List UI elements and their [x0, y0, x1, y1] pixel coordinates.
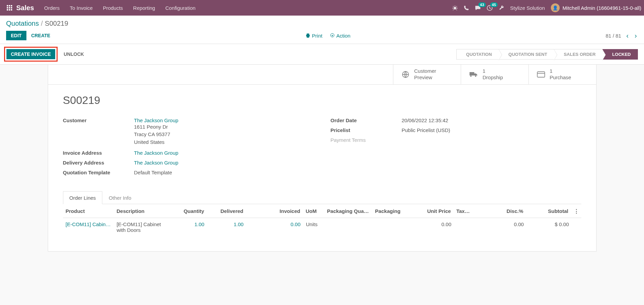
breadcrumb-current: S00219: [45, 20, 68, 27]
quotation-template-value: Default Template: [134, 170, 172, 175]
truck-icon: [469, 71, 478, 78]
nav-menu: Orders To Invoice Products Reporting Con…: [44, 5, 195, 11]
form-sheet: Customer Preview 1 Dropship 1: [48, 64, 597, 252]
table-header: Product Description Quantity Delivered I…: [63, 205, 581, 218]
nav-orders[interactable]: Orders: [44, 5, 60, 11]
label-payment-terms: Payment Terms: [331, 137, 402, 143]
pricelist-value: Public Pricelist (USD): [402, 127, 450, 133]
svg-rect-4: [537, 72, 545, 77]
card-icon: [537, 71, 545, 78]
create-button[interactable]: CREATE: [31, 33, 50, 38]
row-uom: Units: [303, 221, 325, 233]
invoice-address-link[interactable]: The Jackson Group: [134, 150, 179, 156]
th-quantity: Quantity: [168, 208, 207, 214]
breadcrumb: Quotations / S00219: [6, 20, 638, 27]
status-locked[interactable]: LOCKED: [602, 49, 638, 60]
purchase-button[interactable]: 1 Purchase: [528, 65, 596, 84]
status-quotation[interactable]: QUOTATION: [456, 49, 499, 60]
form-left: Customer The Jackson Group 1611 Peony Dr…: [63, 117, 314, 180]
app-brand[interactable]: Sales: [16, 4, 34, 12]
activities-badge: 45: [490, 2, 498, 7]
label-quotation-template: Quotation Template: [63, 170, 134, 175]
nav-right: 43 45 Stylize Solution 👤 Mitchell Admin …: [452, 3, 641, 12]
label-pricelist: Pricelist: [331, 127, 402, 133]
apps-icon[interactable]: [7, 5, 12, 10]
stylize-link[interactable]: Stylize Solution: [510, 5, 545, 11]
unlock-button[interactable]: UNLOCK: [64, 51, 84, 57]
th-invoiced: Invoiced: [246, 208, 303, 214]
th-subtotal: Subtotal: [526, 208, 571, 214]
label-invoice-address: Invoice Address: [63, 150, 134, 156]
row-pkg-qty: [325, 221, 373, 233]
row-delivered: 1.00: [207, 221, 246, 233]
label-order-date: Order Date: [331, 117, 402, 123]
customer-addr2: Tracy CA 95377: [134, 131, 179, 138]
activities-icon[interactable]: 45: [487, 5, 493, 11]
pager-next[interactable]: ›: [633, 32, 638, 40]
customer-addr3: United States: [134, 138, 179, 146]
status-bar: CREATE INVOICE UNLOCK QUOTATION QUOTATIO…: [0, 44, 644, 65]
control-panel: Quotations / S00219 EDIT CREATE Print Ac…: [0, 16, 644, 44]
print-icon: [306, 33, 310, 38]
customer-link[interactable]: The Jackson Group: [134, 117, 179, 123]
th-disc: Disc.%: [478, 208, 526, 214]
row-quantity: 1.00: [168, 221, 207, 233]
globe-icon: [401, 70, 410, 79]
nav-to-invoice[interactable]: To Invoice: [70, 5, 93, 11]
user-menu[interactable]: 👤 Mitchell Admin (16604961-15-0-all): [551, 3, 641, 12]
th-unit-price: Unit Price: [412, 208, 454, 214]
customer-preview-button[interactable]: Customer Preview: [393, 65, 461, 84]
table-row[interactable]: [E-COM11] Cabin… [E-COM11] Cabinet with …: [63, 218, 581, 236]
breadcrumb-parent[interactable]: Quotations: [6, 20, 39, 27]
row-invoiced: 0.00: [246, 221, 303, 233]
tab-order-lines[interactable]: Order Lines: [63, 191, 102, 204]
customer-addr1: 1611 Peony Dr: [134, 123, 179, 131]
pager-prev[interactable]: ‹: [625, 32, 630, 40]
breadcrumb-separator: /: [41, 20, 43, 27]
th-uom: UoM: [303, 208, 324, 214]
bug-icon[interactable]: [452, 5, 458, 10]
nav-configuration[interactable]: Configuration: [165, 5, 195, 11]
order-lines-table: Product Description Quantity Delivered I…: [63, 205, 581, 236]
edit-button[interactable]: EDIT: [6, 31, 26, 40]
row-subtotal: $ 0.00: [526, 221, 572, 233]
messages-icon[interactable]: 43: [475, 5, 481, 11]
th-description: Description: [114, 208, 168, 214]
avatar: 👤: [551, 3, 560, 12]
row-menu: [572, 221, 581, 233]
label-delivery-address: Delivery Address: [63, 160, 134, 166]
create-invoice-button[interactable]: CREATE INVOICE: [6, 49, 56, 60]
th-kebab[interactable]: ⋮: [571, 208, 581, 214]
nav-reporting[interactable]: Reporting: [133, 5, 155, 11]
messages-badge: 43: [478, 2, 486, 7]
row-unit-price: 0.00: [412, 221, 454, 233]
form-right: Order Date 20/06/2022 12:35:42 Pricelist…: [331, 117, 581, 180]
svg-point-2: [332, 35, 333, 36]
th-taxes: Tax…: [454, 208, 478, 214]
phone-icon[interactable]: [464, 5, 469, 10]
stat-buttons: Customer Preview 1 Dropship 1: [48, 65, 596, 85]
tools-icon[interactable]: [499, 5, 504, 10]
delivery-address-link[interactable]: The Jackson Group: [134, 160, 179, 166]
row-packaging: [373, 221, 412, 233]
pager: 81 / 81 ‹ ›: [606, 32, 638, 40]
nav-products[interactable]: Products: [103, 5, 123, 11]
print-button[interactable]: Print: [306, 33, 323, 39]
action-button[interactable]: Action: [330, 33, 351, 39]
row-product-link[interactable]: [E-COM11] Cabin…: [66, 221, 111, 227]
row-disc: 0.00: [478, 221, 526, 233]
row-description: [E-COM11] Cabinet with Doors: [114, 221, 168, 233]
status-quotation-sent[interactable]: QUOTATION SENT: [499, 49, 554, 60]
svg-point-0: [454, 7, 456, 9]
th-product: Product: [63, 208, 114, 214]
label-customer: Customer: [63, 117, 134, 146]
order-title: S00219: [63, 94, 581, 107]
status-sales-order[interactable]: SALES ORDER: [554, 49, 603, 60]
tab-other-info[interactable]: Other Info: [102, 191, 138, 204]
th-packaging: Packaging: [372, 208, 412, 214]
dropship-button[interactable]: 1 Dropship: [461, 65, 528, 84]
tabs: Order Lines Other Info: [63, 191, 581, 204]
th-delivered: Delivered: [207, 208, 246, 214]
th-packaging-qty: Packaging Qua…: [324, 208, 372, 214]
order-date-value: 20/06/2022 12:35:42: [402, 117, 449, 123]
